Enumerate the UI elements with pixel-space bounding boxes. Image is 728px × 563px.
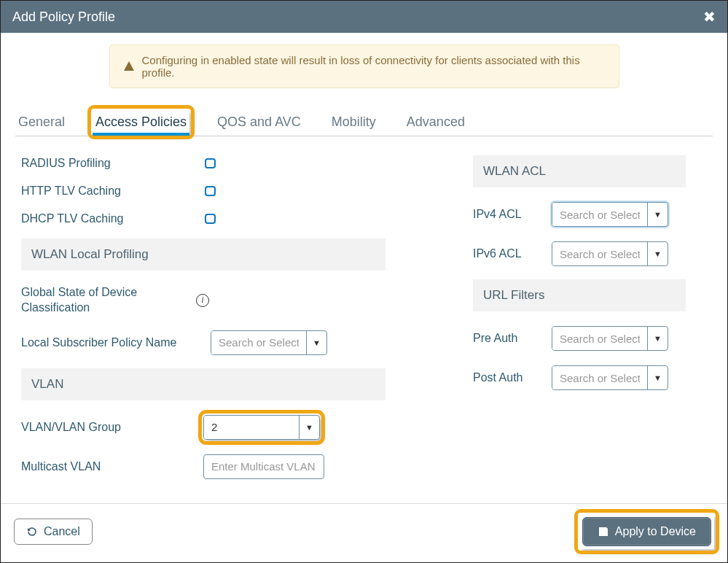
dhcp-tlv-checkbox[interactable]	[205, 214, 216, 224]
pre-auth-select[interactable]: ▼	[552, 326, 668, 351]
radius-profiling-checkbox[interactable]	[205, 158, 216, 168]
apply-to-device-button[interactable]: Apply to Device	[582, 517, 711, 546]
multicast-vlan-input[interactable]	[203, 454, 324, 479]
dialog-body: Configuring in enabled state will result…	[1, 33, 727, 486]
tab-bar: General Access Policies QOS and AVC Mobi…	[15, 110, 713, 136]
chevron-down-icon[interactable]: ▼	[299, 416, 319, 439]
tab-qos-avc[interactable]: QOS and AVC	[214, 110, 304, 134]
dialog-footer: Cancel Apply to Device	[1, 503, 727, 562]
radius-profiling-label: RADIUS Profiling	[21, 157, 181, 170]
ipv6-acl-input[interactable]	[552, 242, 647, 265]
ipv4-acl-input[interactable]	[552, 203, 647, 226]
dhcp-tlv-label: DHCP TLV Caching	[21, 212, 181, 225]
vlan-group-select[interactable]: ▼	[203, 415, 320, 440]
post-auth-select[interactable]: ▼	[552, 365, 668, 390]
url-filters-header: URL Filters	[473, 279, 686, 311]
ipv4-acl-select[interactable]: ▼	[552, 202, 668, 227]
info-icon[interactable]: i	[196, 294, 209, 307]
warning-banner: Configuring in enabled state will result…	[109, 44, 619, 88]
chevron-down-icon[interactable]: ▼	[647, 203, 668, 226]
chevron-down-icon[interactable]: ▼	[647, 327, 668, 350]
warning-text: Configuring in enabled state will result…	[142, 54, 606, 79]
ipv6-acl-select[interactable]: ▼	[552, 241, 668, 266]
pre-auth-label: Pre Auth	[473, 332, 552, 345]
post-auth-label: Post Auth	[473, 371, 552, 384]
tab-mobility[interactable]: Mobility	[329, 110, 379, 134]
warning-icon	[123, 61, 135, 72]
save-icon	[598, 526, 609, 537]
local-subscriber-label: Local Subscriber Policy Name	[21, 336, 211, 349]
tab-advanced[interactable]: Advanced	[404, 110, 468, 134]
right-column: WLAN ACL IPv4 ACL ▼ IPv6 ACL ▼	[473, 150, 692, 486]
global-state-label: Global State of Device Classification	[21, 285, 181, 316]
title-bar: Add Policy Profile ✖	[1, 1, 727, 33]
left-column: RADIUS Profiling HTTP TLV Caching DHCP T…	[21, 150, 385, 486]
multicast-vlan-label: Multicast VLAN	[21, 460, 181, 473]
vlan-group-input[interactable]	[204, 416, 299, 439]
undo-icon	[26, 526, 38, 537]
post-auth-input[interactable]	[552, 366, 647, 389]
close-icon[interactable]: ✖	[703, 8, 716, 26]
http-tlv-label: HTTP TLV Caching	[21, 185, 181, 198]
wlan-acl-header: WLAN ACL	[473, 155, 686, 187]
local-subscriber-input[interactable]	[211, 331, 306, 354]
pre-auth-input[interactable]	[552, 327, 647, 350]
tab-general[interactable]: General	[15, 110, 68, 134]
chevron-down-icon[interactable]: ▼	[306, 331, 326, 354]
dialog-title: Add Policy Profile	[12, 9, 115, 25]
http-tlv-checkbox[interactable]	[205, 186, 216, 196]
chevron-down-icon[interactable]: ▼	[647, 366, 668, 389]
wlan-local-profiling-header: WLAN Local Profiling	[21, 238, 385, 271]
vlan-header: VLAN	[21, 368, 385, 400]
tab-access-policies[interactable]: Access Policies	[93, 110, 189, 134]
chevron-down-icon[interactable]: ▼	[647, 242, 668, 265]
vlan-group-label: VLAN/VLAN Group	[21, 421, 181, 434]
cancel-button[interactable]: Cancel	[14, 519, 93, 545]
ipv6-acl-label: IPv6 ACL	[473, 247, 552, 260]
apply-label: Apply to Device	[615, 525, 696, 538]
local-subscriber-select[interactable]: ▼	[211, 330, 327, 355]
ipv4-acl-label: IPv4 ACL	[473, 208, 552, 221]
cancel-label: Cancel	[44, 525, 80, 538]
